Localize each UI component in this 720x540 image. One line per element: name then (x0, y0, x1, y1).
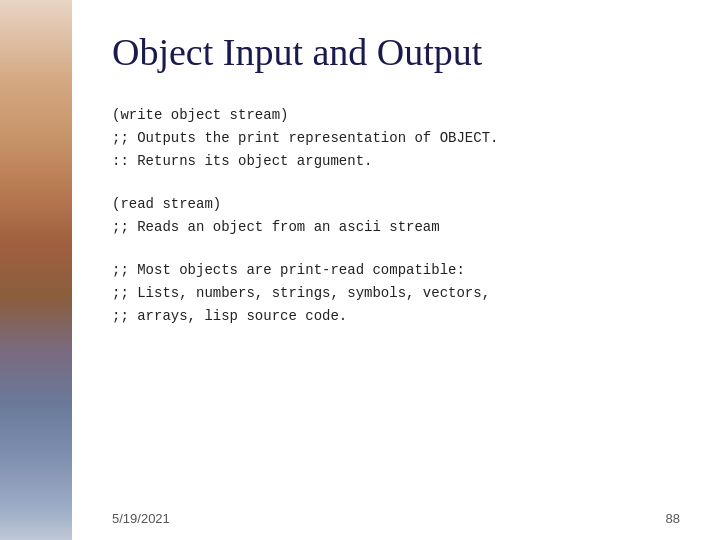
footer: 5/19/2021 88 (112, 511, 680, 526)
code-line-2-1: (read stream) (112, 193, 680, 216)
code-section-2: (read stream) ;; Reads an object from an… (112, 193, 680, 239)
footer-date: 5/19/2021 (112, 511, 170, 526)
footer-page: 88 (666, 511, 680, 526)
code-line-3-3: ;; arrays, lisp source code. (112, 305, 680, 328)
code-line-2-2: ;; Reads an object from an ascii stream (112, 216, 680, 239)
slide-title: Object Input and Output (112, 30, 680, 76)
code-line-3-1: ;; Most objects are print-read compatibl… (112, 259, 680, 282)
code-line-1-1: (write object stream) (112, 104, 680, 127)
code-section-1: (write object stream) ;; Outputs the pri… (112, 104, 680, 173)
code-line-1-3: :: Returns its object argument. (112, 150, 680, 173)
main-content: Object Input and Output (write object st… (72, 0, 720, 540)
slide-container: Object Input and Output (write object st… (0, 0, 720, 540)
code-line-3-2: ;; Lists, numbers, strings, symbols, vec… (112, 282, 680, 305)
code-section-3: ;; Most objects are print-read compatibl… (112, 259, 680, 328)
left-sidebar (0, 0, 72, 540)
code-line-1-2: ;; Outputs the print representation of O… (112, 127, 680, 150)
